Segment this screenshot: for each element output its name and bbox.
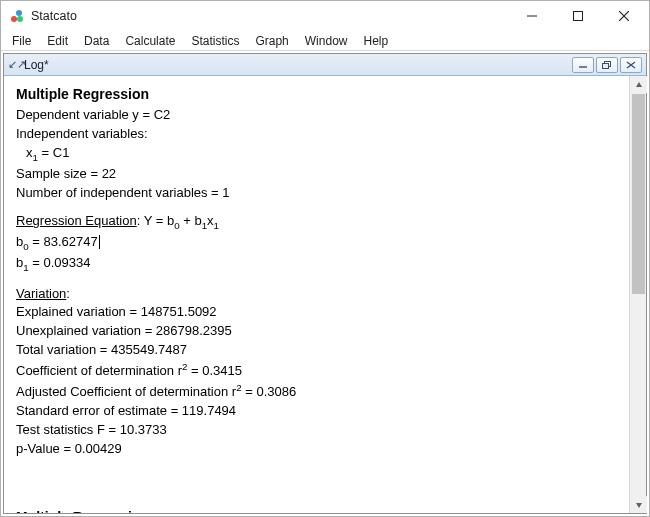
menu-window[interactable]: Window	[298, 32, 355, 50]
output-heading: Multiple Regression	[16, 84, 617, 104]
unexplained-variation-line: Unexplained variation = 286798.2395	[16, 322, 617, 341]
svg-point-0	[11, 16, 17, 22]
menu-file[interactable]: File	[5, 32, 38, 50]
svg-point-2	[17, 16, 23, 22]
variation-header: Variation:	[16, 285, 617, 304]
indep-vars-label: Independent variables:	[16, 125, 617, 144]
menu-edit[interactable]: Edit	[40, 32, 75, 50]
titlebar[interactable]: Statcato	[1, 1, 649, 31]
text-cursor	[99, 235, 100, 249]
log-content-wrap: Multiple Regression Dependent variable y…	[4, 76, 646, 513]
window-controls	[509, 1, 647, 31]
menu-calculate[interactable]: Calculate	[118, 32, 182, 50]
adj-coefficient-determination-line: Adjusted Coefficient of determination r2…	[16, 381, 617, 402]
menu-statistics[interactable]: Statistics	[184, 32, 246, 50]
svg-point-1	[16, 10, 22, 16]
sample-size-line: Sample size = 22	[16, 165, 617, 184]
svg-rect-4	[574, 12, 583, 21]
menubar: File Edit Data Calculate Statistics Grap…	[1, 31, 649, 51]
dep-var-line: Dependent variable y = C2	[16, 106, 617, 125]
menu-graph[interactable]: Graph	[248, 32, 295, 50]
sub-close-button[interactable]	[620, 57, 642, 73]
std-error-line: Standard error of estimate = 119.7494	[16, 402, 617, 421]
menu-help[interactable]: Help	[356, 32, 395, 50]
close-button[interactable]	[601, 1, 647, 31]
b0-line: b0 = 83.62747	[16, 233, 617, 254]
scroll-thumb[interactable]	[632, 94, 645, 294]
total-variation-line: Total variation = 435549.7487	[16, 341, 617, 360]
num-indep-line: Number of independent variables = 1	[16, 184, 617, 203]
maximize-button[interactable]	[555, 1, 601, 31]
svg-marker-12	[636, 82, 642, 87]
indep-var-1: x1 = C1	[26, 144, 617, 165]
sub-minimize-button[interactable]	[572, 57, 594, 73]
p-value-line: p-Value = 0.00429	[16, 440, 617, 459]
app-icon	[9, 8, 25, 24]
coefficient-determination-line: Coefficient of determination r2 = 0.3415	[16, 360, 617, 381]
app-window: Statcato File Edit Data Calculate Statis…	[0, 0, 650, 517]
scroll-up-button[interactable]	[630, 76, 647, 93]
subwindow-controls	[572, 57, 642, 73]
log-title: Log*	[24, 58, 572, 72]
svg-marker-13	[636, 503, 642, 508]
b1-line: b1 = 0.09334	[16, 254, 617, 275]
explained-variation-line: Explained variation = 148751.5092	[16, 303, 617, 322]
vertical-scrollbar[interactable]	[629, 76, 646, 513]
minimize-button[interactable]	[509, 1, 555, 31]
restore-icon: ↙↗	[8, 58, 20, 71]
menu-data[interactable]: Data	[77, 32, 116, 50]
app-title: Statcato	[31, 9, 509, 23]
log-titlebar[interactable]: ↙↗ Log*	[4, 54, 646, 76]
svg-rect-9	[603, 63, 609, 68]
sub-restore-button[interactable]	[596, 57, 618, 73]
scroll-down-button[interactable]	[630, 496, 647, 513]
regression-equation-line: Regression Equation: Y = b0 + b1x1	[16, 212, 617, 233]
log-content[interactable]: Multiple Regression Dependent variable y…	[4, 76, 629, 513]
log-subwindow: ↙↗ Log* Multiple Regression Dependent va…	[3, 53, 647, 514]
f-stat-line: Test statistics F = 10.3733	[16, 421, 617, 440]
output-heading-2: Multiple Regression	[16, 507, 617, 513]
